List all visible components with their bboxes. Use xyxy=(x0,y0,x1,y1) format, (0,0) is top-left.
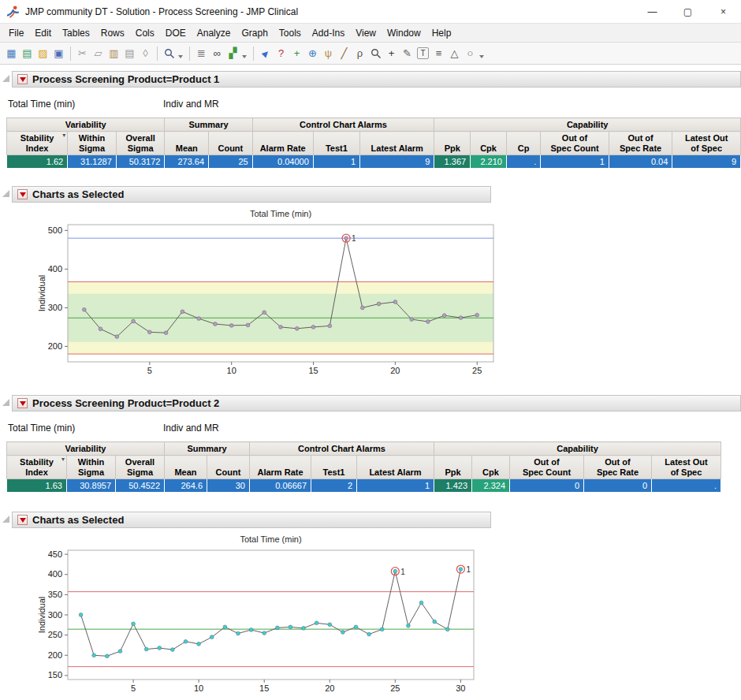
cell[interactable]: 2.324 xyxy=(472,479,510,493)
graph-builder-icon[interactable]: ▞ xyxy=(225,46,240,61)
cell[interactable]: 0 xyxy=(584,479,652,493)
process-screening-table-product2[interactable]: VariabilitySummaryControl Chart AlarmsCa… xyxy=(6,441,721,493)
cell[interactable]: 0.06667 xyxy=(250,479,311,493)
menu-help[interactable]: Help xyxy=(426,25,457,41)
data-point[interactable] xyxy=(223,625,227,629)
column-header[interactable]: Overall Sigma xyxy=(116,456,165,479)
menu-rows[interactable]: Rows xyxy=(95,25,130,41)
cell[interactable]: 1.63 xyxy=(7,479,67,493)
data-point[interactable] xyxy=(380,627,384,631)
column-header[interactable]: Within Sigma xyxy=(67,456,116,479)
copy-with-formatting-icon[interactable]: ▤ xyxy=(122,46,137,61)
cell[interactable]: 25 xyxy=(209,155,253,169)
maximize-button[interactable]: ▢ xyxy=(670,0,706,23)
data-point[interactable] xyxy=(328,324,332,328)
data-point[interactable] xyxy=(214,322,218,326)
data-point[interactable] xyxy=(144,647,148,651)
data-point[interactable] xyxy=(289,625,292,629)
cell[interactable]: 273.64 xyxy=(165,155,209,169)
data-point[interactable] xyxy=(315,621,318,625)
column-header[interactable]: Mean xyxy=(165,456,207,479)
cell[interactable]: 1 xyxy=(541,155,609,169)
plus-tool-icon[interactable]: + xyxy=(384,46,399,61)
data-point[interactable] xyxy=(459,316,463,320)
cell[interactable]: 30.8957 xyxy=(67,479,116,493)
data-point[interactable] xyxy=(367,632,371,636)
new-data-table-icon[interactable]: ▦ xyxy=(4,46,19,61)
data-point[interactable] xyxy=(279,326,283,330)
help-tool-icon[interactable]: ? xyxy=(274,46,289,61)
data-point[interactable] xyxy=(407,624,411,627)
grabber-tool-icon[interactable]: ψ xyxy=(321,46,336,61)
menu-file[interactable]: File xyxy=(3,25,29,41)
column-header[interactable]: Cpk xyxy=(471,132,507,155)
column-header[interactable]: Out of Spec Rate xyxy=(584,456,652,479)
open-database-icon[interactable]: ≣ xyxy=(194,46,209,61)
text-tool-icon[interactable]: T xyxy=(417,47,429,59)
red-triangle-menu-icon[interactable] xyxy=(17,515,28,525)
paste-icon[interactable]: ▥ xyxy=(106,46,121,61)
menu-analyze[interactable]: Analyze xyxy=(192,25,236,41)
cell[interactable]: 9 xyxy=(360,155,434,169)
data-point[interactable] xyxy=(171,648,175,652)
column-header[interactable]: Latest Alarm xyxy=(357,456,434,479)
data-point[interactable] xyxy=(92,653,96,657)
collapse-triangle-icon[interactable] xyxy=(2,399,9,406)
cell[interactable]: 0.04000 xyxy=(252,155,313,169)
polygon-tool-icon[interactable]: △ xyxy=(447,46,462,61)
cell[interactable]: 264.6 xyxy=(165,479,207,493)
cell[interactable]: 1.423 xyxy=(434,479,472,493)
data-point[interactable] xyxy=(433,620,437,624)
data-point[interactable] xyxy=(118,650,122,653)
column-header[interactable]: Latest Out of Spec xyxy=(672,132,741,155)
column-header[interactable]: Overall Sigma xyxy=(116,132,165,155)
binoculars-icon[interactable]: ∞ xyxy=(210,46,225,61)
cell[interactable]: 2.210 xyxy=(471,155,507,169)
cell[interactable]: . xyxy=(652,479,721,493)
column-header[interactable]: Ppk xyxy=(434,456,472,479)
oval-tool-icon[interactable]: ○ xyxy=(463,46,478,61)
control-chart-product2[interactable]: 1502002503003504004505101520253011Total … xyxy=(36,533,482,698)
data-point[interactable] xyxy=(164,331,168,335)
data-point[interactable] xyxy=(426,320,430,324)
cell[interactable]: 50.3172 xyxy=(116,155,165,169)
column-header[interactable]: Test1 xyxy=(313,132,359,155)
lock-icon[interactable]: ◊ xyxy=(138,46,153,61)
column-header[interactable]: Out of Spec Rate xyxy=(609,132,672,155)
data-point[interactable] xyxy=(158,646,162,650)
data-point[interactable] xyxy=(210,635,214,639)
column-header[interactable]: Cp xyxy=(506,132,540,155)
column-header[interactable]: Within Sigma xyxy=(68,132,117,155)
cell[interactable]: 1 xyxy=(357,479,434,493)
section-header-charts2[interactable]: Charts as Selected xyxy=(12,512,491,528)
toolbar-dropdown-icon[interactable] xyxy=(479,55,484,58)
save-icon[interactable]: ▣ xyxy=(51,46,66,61)
data-point[interactable] xyxy=(295,326,299,330)
data-point[interactable] xyxy=(99,327,102,331)
cell[interactable]: 50.4522 xyxy=(116,479,165,493)
data-point[interactable] xyxy=(311,326,315,330)
menu-window[interactable]: Window xyxy=(382,25,426,41)
data-point[interactable] xyxy=(79,613,83,617)
close-button[interactable]: × xyxy=(706,0,741,23)
column-header[interactable]: Count xyxy=(209,132,253,155)
arrow-tool-icon[interactable]: ► xyxy=(255,43,276,64)
data-point[interactable] xyxy=(442,314,446,318)
data-point[interactable] xyxy=(105,654,109,658)
data-point[interactable] xyxy=(475,313,479,317)
line-tool-icon[interactable]: ≡ xyxy=(431,46,446,61)
cell[interactable]: 30 xyxy=(207,479,250,493)
process-screening-table-product1[interactable]: VariabilitySummaryControl Chart AlarmsCa… xyxy=(6,117,741,169)
column-header[interactable]: Count xyxy=(207,456,250,479)
menu-edit[interactable]: Edit xyxy=(29,25,57,41)
toolbar-dropdown-icon[interactable] xyxy=(242,55,247,58)
data-point[interactable] xyxy=(82,307,86,311)
data-point[interactable] xyxy=(377,302,381,306)
cell[interactable]: 1.367 xyxy=(434,155,471,169)
red-triangle-menu-icon[interactable] xyxy=(17,398,28,408)
data-point[interactable] xyxy=(246,323,250,327)
menu-cols[interactable]: Cols xyxy=(130,25,160,41)
pencil-tool-icon[interactable]: ✎ xyxy=(400,46,415,61)
crosshair-tool-icon[interactable]: + xyxy=(289,46,304,61)
magnifier-tool-icon[interactable] xyxy=(368,46,383,61)
